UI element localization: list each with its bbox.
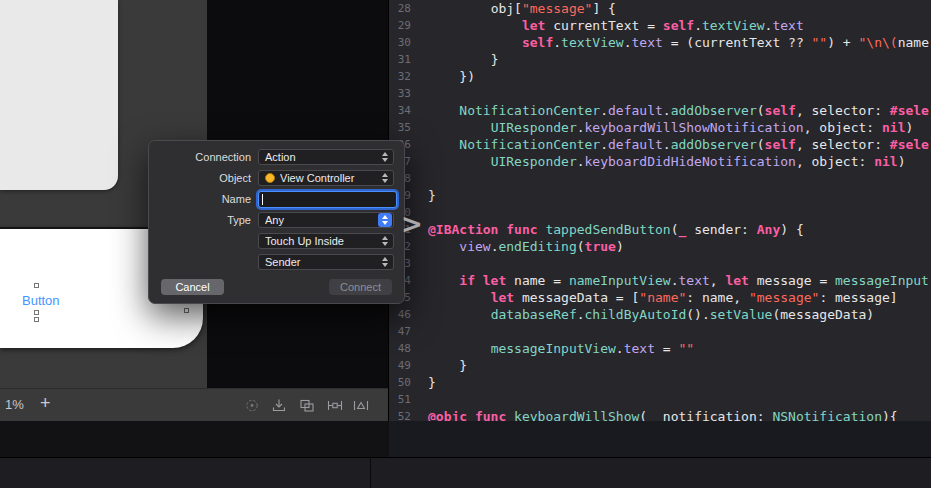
cancel-button[interactable]: Cancel: [161, 279, 224, 295]
code-line: 51: [389, 391, 931, 408]
line-number: 48: [389, 340, 411, 357]
code-line: 30 self.textView.text = (currentText ?? …: [389, 34, 931, 51]
debug-area: [0, 421, 931, 457]
selection-handle[interactable]: [34, 317, 39, 322]
scene-secondary-view[interactable]: [0, 0, 118, 190]
event-row: Touch Up Inside: [161, 233, 392, 249]
code-line: 28 obj["message"] {: [389, 0, 931, 17]
code-line: 32 }): [389, 68, 931, 85]
name-row: Name: [161, 191, 392, 207]
object-label: Object: [161, 172, 251, 184]
code-line: 33: [389, 85, 931, 102]
button-control[interactable]: Button: [22, 293, 60, 308]
code-line: 29 let currentText = self.textView.text: [389, 17, 931, 34]
selection-handle[interactable]: [34, 310, 39, 315]
line-number: 33: [389, 85, 411, 102]
bottom-bar: [0, 457, 931, 488]
code-line: 48 messageInputView.text = "": [389, 340, 931, 357]
code-line: 47: [389, 323, 931, 340]
code-line: 44 if let name = nameInputView.text, let…: [389, 272, 931, 289]
event-popup[interactable]: Touch Up Inside: [258, 233, 394, 249]
name-input[interactable]: [258, 191, 397, 208]
code-line: 43: [389, 255, 931, 272]
line-number: 51: [389, 391, 411, 408]
code-line: 39}: [389, 187, 931, 204]
line-number: 29: [389, 17, 411, 34]
add-constraints-icon[interactable]: [326, 398, 346, 414]
code-line: 40: [389, 204, 931, 221]
object-row: Object View Controller: [161, 170, 392, 186]
chevron-up-down-icon: [379, 173, 391, 183]
code-line: 38: [389, 170, 931, 187]
text-caret: [262, 194, 263, 205]
line-number: 52: [389, 408, 411, 421]
line-number: 31: [389, 51, 411, 68]
connect-button[interactable]: Connect: [329, 279, 392, 295]
connection-popover: Connection Action Object View Controller…: [148, 140, 405, 304]
line-number: 28: [389, 0, 411, 17]
type-label: Type: [161, 214, 251, 226]
line-number: 46: [389, 306, 411, 323]
chevron-up-down-icon: [379, 152, 391, 162]
line-number: 47: [389, 323, 411, 340]
popover-buttons: Cancel Connect: [161, 279, 392, 295]
focus-icon[interactable]: [243, 398, 263, 414]
code-lines: 28 obj["message"] {29 let currentText = …: [389, 0, 931, 421]
popover-arrow: >: [401, 211, 423, 237]
connection-popup[interactable]: Action: [258, 149, 394, 165]
line-number: 35: [389, 119, 411, 136]
type-combo[interactable]: Any: [258, 212, 394, 228]
embed-icon[interactable]: [298, 398, 318, 414]
line-number: 30: [389, 34, 411, 51]
bottom-bar-divider: [370, 458, 371, 488]
selection-handle[interactable]: [184, 308, 189, 313]
name-label: Name: [161, 193, 251, 205]
xcode-window: Button 1% +: [0, 0, 931, 488]
line-number: 50: [389, 374, 411, 391]
code-line: 50}: [389, 374, 931, 391]
code-line: 41@IBAction func tappedSendButton(_ send…: [389, 221, 931, 238]
code-line: 37 UIResponder.keyboardDidHideNotificati…: [389, 153, 931, 170]
code-line: 52@objc func keyboardWillShow(_ notifica…: [389, 408, 931, 421]
type-stepper-button[interactable]: [378, 213, 392, 227]
connection-label: Connection: [161, 151, 251, 163]
object-popup[interactable]: View Controller: [258, 170, 394, 186]
zoom-in-button[interactable]: +: [40, 393, 51, 414]
resolve-layout-icon[interactable]: [352, 398, 372, 414]
arguments-row: Sender: [161, 254, 392, 270]
update-frames-icon[interactable]: [270, 398, 290, 414]
selection-handle[interactable]: [34, 283, 39, 288]
line-number: 34: [389, 102, 411, 119]
zoom-level-label[interactable]: 1%: [5, 397, 24, 412]
code-line: 49 }: [389, 357, 931, 374]
code-line: 42 view.endEditing(true): [389, 238, 931, 255]
code-line: 36 NotificationCenter.default.addObserve…: [389, 136, 931, 153]
arguments-popup[interactable]: Sender: [258, 254, 394, 270]
code-line: 34 NotificationCenter.default.addObserve…: [389, 102, 931, 119]
chevron-up-down-icon: [379, 236, 391, 246]
line-number: 32: [389, 68, 411, 85]
connection-row: Connection Action: [161, 149, 392, 165]
code-line: 35 UIResponder.keyboardWillShowNotificat…: [389, 119, 931, 136]
source-code-editor[interactable]: 28 obj["message"] {29 let currentText = …: [389, 0, 931, 421]
line-number: 49: [389, 357, 411, 374]
chevron-up-down-icon: [379, 257, 391, 267]
code-line: 46 databaseRef.childByAutoId().setValue(…: [389, 306, 931, 323]
type-row: Type Any: [161, 212, 392, 228]
view-controller-icon: [265, 173, 275, 183]
code-line: 31 }: [389, 51, 931, 68]
code-line: 45 let messageData = ["name": name, "mes…: [389, 289, 931, 306]
canvas-toolbar: 1% +: [0, 388, 388, 422]
